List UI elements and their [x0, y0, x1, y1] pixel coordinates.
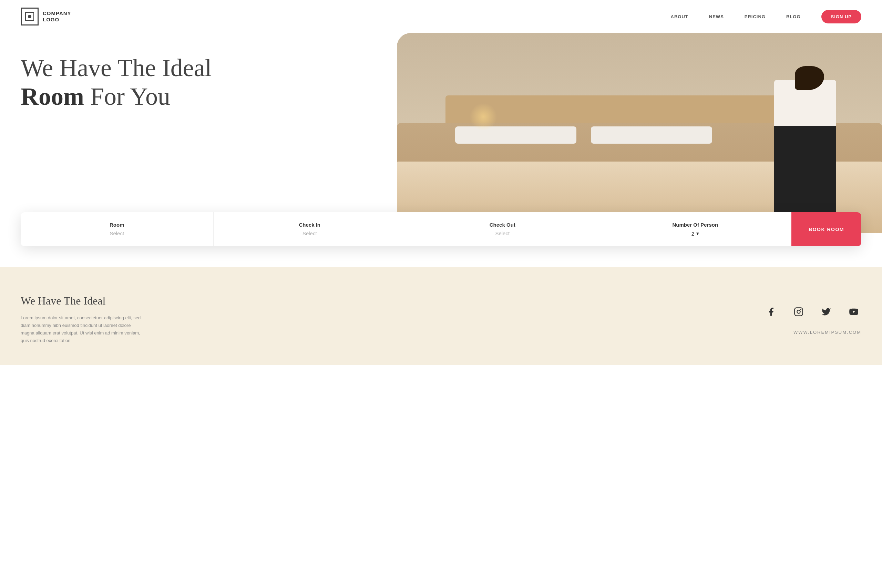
room-field[interactable]: Room Select — [21, 212, 214, 246]
youtube-icon[interactable] — [846, 304, 861, 320]
logo-dot — [28, 15, 32, 18]
nav-blog[interactable]: BLOG — [786, 14, 801, 19]
checkout-value: Select — [420, 231, 585, 236]
person-silhouette — [767, 53, 843, 233]
footer-body: Lorem ipsum dolor sit amet, consectetuer… — [21, 314, 145, 345]
hotel-room-bg — [397, 33, 882, 233]
instagram-icon[interactable] — [791, 304, 806, 320]
nav-news[interactable]: NEWS — [709, 14, 724, 19]
persons-value: 2 ▾ — [613, 231, 778, 237]
signup-button[interactable]: SIGN UP — [821, 10, 861, 23]
room-value: Select — [34, 231, 200, 236]
nav-pricing[interactable]: PRICING — [744, 14, 765, 19]
logo-text: COMPANY LOGO — [43, 10, 71, 23]
persons-label: Number Of Person — [613, 222, 778, 228]
logo-inner — [25, 12, 34, 21]
checkin-label: Check In — [227, 222, 392, 228]
checkin-field[interactable]: Check In Select — [214, 212, 406, 246]
checkin-value: Select — [227, 231, 392, 236]
nav-about[interactable]: ABOUT — [671, 14, 688, 19]
persons-field[interactable]: Number Of Person 2 ▾ — [599, 212, 792, 246]
nav-links: ABOUT NEWS PRICING BLOG SIGN UP — [671, 14, 861, 20]
social-icons — [764, 304, 861, 320]
footer-right: WWW.LOREMIPSUM.COM — [452, 294, 861, 345]
hero-image — [397, 33, 882, 233]
facebook-icon[interactable] — [764, 304, 778, 320]
booking-bar: Room Select Check In Select Check Out Se… — [21, 212, 861, 246]
checkout-field[interactable]: Check Out Select — [406, 212, 599, 246]
footer-left: We Have The Ideal Lorem ipsum dolor sit … — [21, 294, 430, 345]
footer-title: We Have The Ideal — [21, 294, 430, 307]
logo-icon — [21, 8, 39, 26]
hero-section: We Have The Ideal Room For You — [0, 33, 882, 233]
room-label: Room — [34, 222, 200, 228]
logo[interactable]: COMPANY LOGO — [21, 8, 71, 26]
navbar: COMPANY LOGO ABOUT NEWS PRICING BLOG SIG… — [0, 0, 882, 33]
persons-arrow: ▾ — [696, 231, 699, 237]
book-room-button[interactable]: BOOK ROOM — [791, 212, 861, 246]
twitter-icon[interactable] — [819, 304, 834, 320]
hotel-room-illustration — [397, 33, 882, 233]
svg-rect-0 — [795, 308, 802, 316]
footer-section: We Have The Ideal Lorem ipsum dolor sit … — [0, 267, 882, 365]
checkout-label: Check Out — [420, 222, 585, 228]
footer-url: WWW.LOREMIPSUM.COM — [794, 330, 861, 335]
